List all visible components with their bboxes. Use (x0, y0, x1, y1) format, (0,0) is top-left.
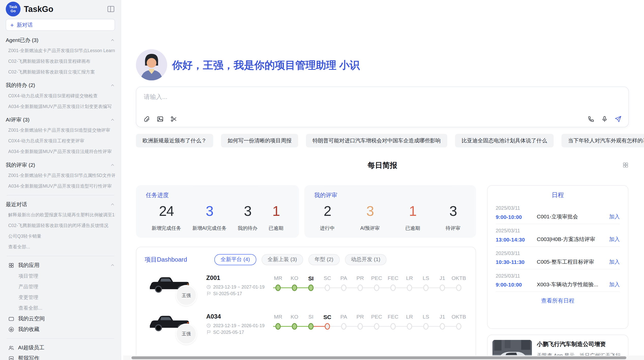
project-code: A034 (206, 313, 270, 320)
stat-value: 3 (449, 203, 457, 219)
sidebar-item[interactable]: C02-飞腾新能源轻客改款项目的闭环通告反馈情况 (6, 220, 115, 231)
milestone-label: PR (352, 274, 369, 282)
sidebar-header: Task Go TaskGo (6, 0, 115, 18)
sidebar-item-ai-super-staff[interactable]: AI超级员工 (6, 342, 115, 353)
stat: 1已逾期 (405, 203, 420, 232)
chevron-up-icon (110, 38, 115, 42)
milestone-label: SI (303, 313, 319, 321)
app-logo: Task Go (6, 2, 21, 16)
sidebar-item[interactable]: A034-全新新能源MUV产品开发项目造型可行性评审 (6, 181, 115, 191)
plus-icon: + (10, 22, 14, 28)
view-all-schedule-link[interactable]: 查看所有日程 (496, 292, 620, 310)
milestone-dot (407, 323, 412, 330)
project-row-a034[interactable]: 王强 A034 2023-12-19 ~ 2026-01-19 SC-2025-… (144, 311, 467, 347)
schedule-date: 2025/03/11 (496, 250, 620, 256)
sidebar-item[interactable]: 解释最新出台的欧盟报废车法规再生塑料比例被调至15%... (6, 209, 115, 220)
greeting-text: 你好，王强，我是你的项目管理助理 小识 (172, 58, 360, 71)
sidebar-item[interactable]: C02-飞腾新能源轻客改款项目里程碑画布 (6, 56, 115, 67)
stat-value: 1 (409, 203, 416, 219)
sidebar-item[interactable]: C0X4-动力总成开发项目工程变更评审 (6, 136, 115, 146)
schedule-date: 2025/03/11 (496, 273, 620, 279)
join-link[interactable]: 加入 (609, 281, 620, 288)
news-card[interactable]: 小鹏飞行汽车制造公司增资 天眼查 App 显示，近日广州汇天飞行汽 (487, 335, 628, 355)
sidebar-item[interactable]: 公司Q3轻卡销量 (6, 231, 115, 242)
sidebar-item-change-mgmt[interactable]: 变更管理 (6, 292, 115, 303)
tab-new-platform[interactable]: 全新平台 (4) (214, 254, 256, 265)
microphone-icon[interactable] (601, 115, 608, 123)
schedule-time: 9:00-10:00 (496, 214, 537, 220)
suggestion-chip[interactable]: 如何写一份清晰的项目周报 (221, 134, 298, 147)
image-icon[interactable] (156, 115, 164, 123)
suggestion-chip[interactable]: 当下年轻人对汽车外观有怎样的喜好趋势 (561, 134, 644, 147)
join-link[interactable]: 加入 (609, 236, 620, 243)
milestone-dot (456, 284, 461, 291)
new-chat-button[interactable]: + 新对话 (6, 19, 115, 31)
section-header-my-review[interactable]: 我的评审 (2) (6, 160, 115, 170)
schedule-time: 13:00-14:30 (496, 236, 537, 242)
sidebar-item-my-apps[interactable]: 我的应用 (6, 260, 115, 271)
milestone-label: PR (352, 313, 369, 321)
scissors-icon[interactable] (170, 115, 178, 123)
section-header-recent-chats[interactable]: 最近对话 (6, 199, 115, 209)
chevron-up-icon (110, 263, 115, 267)
my-apps-label: 我的应用 (18, 262, 106, 269)
section-header-ai-review[interactable]: AI评审 (3) (6, 115, 115, 125)
stat-label: 已逾期 (269, 225, 283, 232)
sidebar-item[interactable]: C02-飞腾新能源轻客改款项目立项汇报方案 (6, 67, 115, 77)
stat: 24新增完成任务 (152, 203, 181, 232)
tab-model-year[interactable]: 年型 (2) (309, 254, 340, 265)
attachment-icon[interactable] (143, 115, 150, 123)
sidebar-item-favorites[interactable]: 我的收藏 (6, 324, 115, 335)
schedule-event-title: C001-立项审批会 (537, 213, 609, 220)
stat-label: AI预评审 (360, 225, 380, 232)
schedule-event-title: C003|H0B-方案冻结评审 (537, 236, 609, 243)
send-icon[interactable] (614, 115, 622, 123)
tab-powertrain[interactable]: 动总开发 (1) (345, 254, 387, 265)
logo-text-1: Task (9, 5, 17, 9)
horizontal-scrollbar-thumb[interactable] (131, 356, 626, 359)
sidebar-item[interactable]: Z001-全新燃油皮卡产品开发项目SI节点Lesson Learn报告 (6, 45, 115, 56)
chat-input[interactable] (143, 93, 622, 101)
layout-options-icon[interactable] (622, 162, 629, 168)
stat-label: 新增AI完成任务 (192, 225, 227, 232)
news-image (492, 340, 532, 355)
milestone-dot-done (275, 323, 281, 330)
milestone-dot-current (308, 284, 314, 291)
join-link[interactable]: 加入 (609, 213, 620, 220)
project-flag-date: SI-2025-05-17 (213, 291, 242, 296)
sidebar-item-product-mgmt[interactable]: 产品管理 (6, 281, 115, 292)
sidebar-item[interactable]: Z001-全新燃油轻卡产品开发项目SI节点属性5D文件评审 (6, 170, 115, 181)
sidebar-item[interactable]: A034-全新新能源MUV产品开发项目计划变更表编写 (6, 101, 115, 112)
sidebar-item-view-all-apps[interactable]: 查看全部... (6, 303, 115, 313)
divider (7, 195, 114, 196)
sidebar-item[interactable]: Z001-全新燃油轻卡产品开发项目SI造型提交物评审 (6, 125, 115, 136)
flag-icon (206, 330, 211, 335)
phone-icon[interactable] (587, 115, 595, 123)
sidebar-item-view-all[interactable]: 查看全部... (6, 242, 115, 252)
suggestion-chip[interactable]: 欧洲新规最近颁布了什么？ (136, 134, 213, 147)
stat-label: 进行中 (320, 225, 335, 232)
join-link[interactable]: 加入 (609, 258, 620, 266)
section-header-my-todo[interactable]: 我的待办 (2) (6, 80, 115, 90)
schedule-event-title: C005-整车工程目标评审 (537, 258, 609, 266)
sidebar-collapse-icon[interactable] (107, 5, 115, 13)
grid-icon (8, 262, 14, 268)
milestone-dot (456, 323, 461, 330)
sidebar-item[interactable]: C0X4-动力总成开发项目SI里程碑提交物检查 (6, 90, 115, 101)
sidebar-item-help-write[interactable]: 帮我写作 (6, 353, 115, 360)
sidebar-item-project-mgmt[interactable]: 项目管理 (6, 271, 115, 281)
stat-value: 3 (244, 203, 251, 219)
section-header-agent-done[interactable]: Agent已办 (3) (6, 35, 115, 45)
clock-icon (206, 323, 211, 328)
stat: 3我的待办 (238, 203, 258, 232)
flag-icon (206, 291, 211, 296)
suggestion-chip[interactable]: 比亚迪全固态电池计划具体说了什么 (455, 134, 554, 147)
sidebar-item[interactable]: A034-全新新能源MUV产品开发项目法规符合性评审 (6, 146, 115, 157)
milestone-dot (374, 323, 379, 330)
write-icon (8, 355, 14, 360)
schedule-entry: 2025/03/11 13:00-14:30 C003|H0B-方案冻结评审 加… (496, 224, 620, 247)
sidebar-item-cloud-space[interactable]: 我的云空间 (6, 313, 115, 324)
suggestion-chip[interactable]: 特朗普可能对进口汽车增税会对中国车企造成哪些影响 (306, 134, 447, 147)
tab-new-body[interactable]: 全新上装 (3) (261, 254, 303, 265)
project-row-z001[interactable]: 王强 Z001 2023-12-19 ~ 2027-01-19 SI-2025-… (144, 273, 467, 309)
